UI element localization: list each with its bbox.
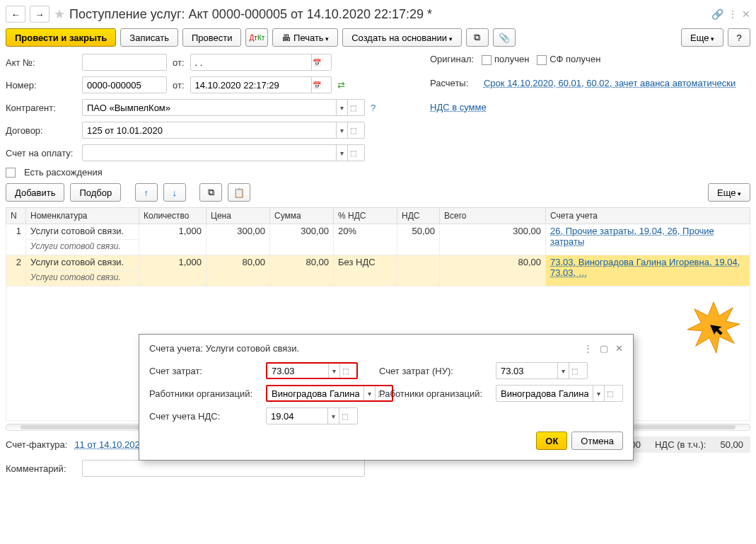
- cost-acc-open-icon[interactable]: ⬚: [339, 364, 351, 378]
- sf-label: Счет-фактура:: [6, 439, 67, 450]
- vat-incl-label: НДС (в т.ч.):: [655, 439, 706, 450]
- contragent-input[interactable]: [83, 100, 336, 115]
- print-button[interactable]: 🖶 Печать: [272, 28, 338, 47]
- contract-input[interactable]: [83, 122, 336, 138]
- popup-maximize-icon[interactable]: ▢: [600, 343, 608, 354]
- pick-button[interactable]: Подбор: [70, 183, 121, 202]
- cost-acc-input[interactable]: [267, 363, 328, 378]
- received-label: получен: [494, 54, 529, 64]
- page-title: Поступление услуг: Акт 0000-000005 от 14…: [69, 7, 432, 22]
- col-price: Цена: [207, 208, 270, 224]
- calendar-icon-2[interactable]: 📅: [311, 77, 322, 93]
- vat-incl-value: 50,00: [720, 439, 743, 450]
- col-qty: Количество: [139, 208, 207, 224]
- structure-button[interactable]: ⧉: [466, 28, 489, 47]
- create-on-basis-button[interactable]: Создать на основании: [342, 28, 461, 47]
- table-more-button[interactable]: Еще: [708, 183, 750, 202]
- contract-label: Договор:: [6, 125, 76, 136]
- invoice-input[interactable]: [83, 145, 336, 161]
- col-total: Всего: [440, 208, 546, 224]
- workers-label: Работники организаций:: [149, 388, 259, 399]
- workers2-dropdown-icon[interactable]: ▾: [593, 386, 604, 401]
- contragent-help-icon[interactable]: ?: [371, 103, 376, 113]
- cost-acc-nu-open-icon[interactable]: ⬚: [569, 363, 580, 378]
- contragent-label: Контрагент:: [6, 103, 76, 113]
- copy-button[interactable]: ⧉: [199, 183, 222, 202]
- close-icon[interactable]: ✕: [742, 8, 750, 20]
- workers-dropdown-icon[interactable]: ▾: [364, 386, 375, 400]
- paste-button[interactable]: 📋: [228, 183, 250, 202]
- add-row-button[interactable]: Добавить: [6, 183, 64, 202]
- col-sum: Сумма: [270, 208, 334, 224]
- save-button[interactable]: Записать: [120, 28, 178, 47]
- attach-button[interactable]: 📎: [493, 28, 516, 47]
- post-and-close-button[interactable]: Провести и закрыть: [6, 28, 116, 47]
- comment-label: Комментарий:: [6, 463, 76, 474]
- cancel-button[interactable]: Отмена: [571, 432, 623, 450]
- discrep-checkbox[interactable]: [6, 168, 16, 178]
- cost-acc-nu-input[interactable]: [496, 363, 557, 378]
- accounts-link-1[interactable]: 26, Прочие затраты, 19.04, 26, Прочие за…: [550, 226, 714, 247]
- comment-input[interactable]: [83, 461, 361, 476]
- received-checkbox[interactable]: [482, 55, 492, 65]
- menu-dots-icon[interactable]: ⋮: [728, 8, 738, 20]
- popup-close-icon[interactable]: ✕: [615, 343, 623, 354]
- favorite-star-icon[interactable]: ★: [54, 6, 65, 22]
- cost-acc-dropdown-icon[interactable]: ▾: [328, 364, 339, 378]
- contragent-open-icon[interactable]: ⬚: [347, 100, 359, 115]
- workers-input[interactable]: [267, 386, 364, 401]
- post-button[interactable]: Провести: [182, 28, 242, 47]
- date-status-icon: ⇄: [337, 80, 345, 91]
- move-down-button[interactable]: ↓: [163, 183, 186, 202]
- nav-forward-button[interactable]: →: [30, 6, 50, 23]
- more-button[interactable]: Еще: [681, 28, 723, 47]
- calendar-icon[interactable]: 📅: [311, 54, 322, 70]
- cost-acc-label: Счет затрат:: [149, 366, 259, 376]
- cost-acc-nu-label: Счет затрат (НУ):: [379, 366, 489, 376]
- original-label: Оригинал:: [430, 54, 474, 64]
- move-up-button[interactable]: ↑: [135, 183, 158, 202]
- help-button[interactable]: ?: [728, 28, 750, 47]
- dt-kt-button[interactable]: ДтКт: [245, 28, 268, 47]
- from-label-1: от:: [173, 57, 185, 68]
- link-icon[interactable]: 🔗: [711, 8, 723, 20]
- invoice-label: Счет на оплату:: [6, 148, 76, 158]
- ok-button[interactable]: ОК: [536, 432, 567, 450]
- contract-dropdown-icon[interactable]: ▾: [336, 122, 347, 138]
- accounts-popup: Счета учета: Услуги сотовой связи. ⋮ ▢ ✕…: [139, 334, 634, 461]
- col-vatpct: % НДС: [334, 208, 397, 224]
- vat-acc-open-icon[interactable]: ⬚: [339, 408, 350, 424]
- popup-title: Счета учета: Услуги сотовой связи.: [149, 343, 299, 354]
- workers2-input[interactable]: [496, 386, 593, 401]
- nav-back-button[interactable]: ←: [6, 6, 25, 23]
- table-row[interactable]: 1 Услуги сотовой связи. 1,000 300,00 300…: [6, 224, 750, 240]
- col-nom: Номенклатура: [26, 208, 139, 224]
- table-row[interactable]: 2 Услуги сотовой связи. 1,000 80,00 80,0…: [6, 255, 750, 271]
- contract-open-icon[interactable]: ⬚: [347, 122, 359, 138]
- contragent-dropdown-icon[interactable]: ▾: [336, 100, 347, 115]
- vat-mode-link[interactable]: НДС в сумме: [430, 102, 487, 112]
- number-input[interactable]: [83, 77, 161, 93]
- cost-acc-nu-dropdown-icon[interactable]: ▾: [557, 363, 569, 378]
- calc-link[interactable]: Срок 14.10.2020, 60.01, 60.02, зачет ава…: [484, 78, 735, 88]
- col-n: N: [6, 208, 26, 224]
- sf-link[interactable]: 11 от 14.10.2020: [74, 439, 145, 450]
- workers2-label: Работники организаций:: [379, 388, 489, 399]
- act-date-input[interactable]: [191, 54, 311, 70]
- workers2-open-icon[interactable]: ⬚: [604, 386, 615, 401]
- sf-received-label: СФ получен: [549, 54, 600, 64]
- invoice-open-icon[interactable]: ⬚: [347, 145, 359, 161]
- vat-acc-input[interactable]: [267, 408, 327, 424]
- number-label: Номер:: [6, 80, 76, 91]
- popup-menu-icon[interactable]: ⋮: [583, 343, 593, 354]
- col-acc: Счета учета: [546, 208, 750, 224]
- discrep-label: Есть расхождения: [24, 167, 103, 178]
- from-label-2: от:: [173, 80, 185, 91]
- accounts-link-2[interactable]: 73.03, Виноградова Галина Игоревна, 19.0…: [550, 257, 740, 278]
- sf-received-checkbox[interactable]: [537, 55, 547, 65]
- date-input[interactable]: [191, 77, 311, 93]
- act-no-label: Акт №:: [6, 57, 76, 68]
- vat-acc-dropdown-icon[interactable]: ▾: [327, 408, 339, 424]
- invoice-dropdown-icon[interactable]: ▾: [336, 145, 347, 161]
- calc-label: Расчеты:: [430, 78, 468, 88]
